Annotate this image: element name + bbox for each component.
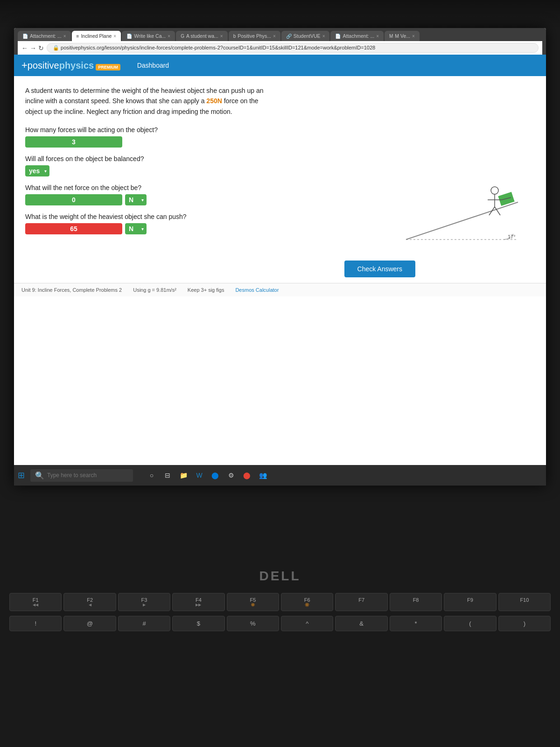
svg-point-3: [491, 187, 498, 194]
key-label-exclaim: !: [13, 620, 58, 627]
key-openparen[interactable]: (: [444, 616, 496, 631]
settings-icon[interactable]: ⚙: [225, 470, 237, 481]
key-label-f5: F5: [230, 597, 276, 603]
back-button[interactable]: ←: [21, 44, 28, 52]
q2-answer-select[interactable]: yes no: [25, 165, 49, 176]
tab-close-student[interactable]: ×: [220, 34, 223, 39]
q3-unit-select[interactable]: N kN: [125, 194, 147, 205]
question-1-block: How many forces will be acting on the ob…: [25, 126, 535, 148]
logo-physics: physics: [59, 60, 94, 71]
tab-label-write: Write like Ca...: [134, 33, 166, 39]
tab-student[interactable]: G A student wa... ×: [176, 31, 228, 41]
problem-text: A student wants to determine the weight …: [25, 85, 296, 117]
laptop-screen: 📄 Attachment: ... × ≡ Inclined Plane × 📄…: [14, 28, 546, 486]
key-label-f1: F1: [13, 597, 58, 603]
browser-chrome: 📄 Attachment: ... × ≡ Inclined Plane × 📄…: [14, 28, 546, 55]
question-1-label: How many forces will be acting on the ob…: [25, 126, 535, 134]
q4-unit-select[interactable]: N kN: [125, 223, 147, 234]
taskbar-search-bar[interactable]: 🔍: [30, 469, 133, 482]
windows-logo-icon[interactable]: ⊞: [18, 470, 25, 480]
key-exclaim[interactable]: !: [9, 616, 62, 631]
check-answers-button[interactable]: Check Answers: [344, 261, 415, 277]
teams-icon[interactable]: 👥: [257, 470, 268, 481]
tab-close-mver[interactable]: ×: [412, 34, 415, 39]
q4-num-input[interactable]: [25, 223, 122, 234]
edge-icon[interactable]: ⬤: [210, 470, 221, 481]
key-label-ampersand: &: [338, 620, 384, 627]
key-ampersand[interactable]: &: [335, 616, 387, 631]
key-closeparen[interactable]: ): [498, 616, 551, 631]
tab-attachment1[interactable]: 📄 Attachment: ... ×: [18, 31, 71, 41]
tab-close-attachment1[interactable]: ×: [63, 34, 66, 39]
key-label-f2: F2: [67, 597, 112, 603]
forward-button[interactable]: →: [30, 44, 36, 52]
site-logo: + positive physics PREMIUM: [21, 59, 120, 71]
problem-text-p1: A student wants to determine the weight …: [25, 87, 264, 94]
tab-label-inclined: Inclined Plane: [81, 33, 112, 39]
key-sublabel-f4: ▶▶: [175, 603, 221, 607]
tab-favicon-student: G: [181, 34, 184, 39]
svg-line-6: [489, 207, 495, 215]
key-f3[interactable]: F3 ▶: [118, 593, 170, 611]
q3-num-input[interactable]: [25, 194, 122, 205]
key-sublabel-f5: 🔅: [230, 603, 276, 607]
key-label-f9: F9: [447, 597, 493, 603]
key-dollar[interactable]: $: [172, 616, 224, 631]
key-caret[interactable]: ^: [281, 616, 333, 631]
key-label-closeparen: ): [502, 620, 547, 627]
key-sublabel-f6: 🔆: [284, 603, 330, 607]
footer-sigfigs: Keep 3+ sig figs: [188, 287, 224, 293]
key-f6[interactable]: F6 🔆: [281, 593, 333, 611]
key-percent[interactable]: %: [227, 616, 279, 631]
task-view-icon[interactable]: ⊟: [162, 470, 173, 481]
file-explorer-icon[interactable]: 📁: [178, 470, 189, 481]
refresh-button[interactable]: ↻: [38, 44, 44, 52]
tab-close-attachment2[interactable]: ×: [376, 34, 379, 39]
tab-mver[interactable]: M M Ve... ×: [385, 31, 420, 41]
tab-inclined-plane[interactable]: ≡ Inclined Plane ×: [72, 31, 121, 41]
cortana-icon[interactable]: ○: [146, 470, 157, 481]
taskbar-search-input[interactable]: [47, 472, 122, 479]
key-at[interactable]: @: [63, 616, 116, 631]
tab-favicon-mver: M: [389, 34, 393, 39]
key-f1[interactable]: F1 ◀◀: [9, 593, 62, 611]
q3-unit-wrapper: N kN: [125, 194, 147, 205]
key-f8[interactable]: F8: [390, 593, 442, 611]
key-label-percent: %: [230, 620, 276, 627]
address-bar-row: ← → ↻ 🔒 positivephysics.org/lesson/physi…: [18, 41, 542, 55]
tab-studentvue[interactable]: 🔗 StudentVUE ×: [281, 31, 330, 41]
page-content: + positive physics PREMIUM Dashboard A s…: [14, 55, 546, 479]
q1-answer-input[interactable]: [25, 136, 122, 148]
tab-favicon-inclined: ≡: [77, 34, 79, 39]
tab-write[interactable]: 📄 Write like Ca... ×: [122, 31, 175, 41]
address-bar[interactable]: 🔒 positivephysics.org/lesson/physics/inc…: [47, 43, 539, 53]
key-sublabel-f3: ▶: [121, 603, 167, 607]
key-f4[interactable]: F4 ▶▶: [172, 593, 224, 611]
tab-close-inclined[interactable]: ×: [113, 34, 116, 39]
dashboard-link[interactable]: Dashboard: [137, 62, 169, 69]
chrome-icon[interactable]: ⬤: [241, 470, 252, 481]
tab-close-vue[interactable]: ×: [322, 34, 325, 39]
key-f7[interactable]: F7: [335, 593, 387, 611]
tab-close-write[interactable]: ×: [168, 34, 170, 39]
key-f10[interactable]: F10: [498, 593, 551, 611]
tab-positive[interactable]: b Positive Phys... ×: [229, 31, 280, 41]
angle-label: 17°: [508, 234, 516, 240]
key-f2[interactable]: F2 ◀: [63, 593, 116, 611]
tab-favicon-vue: 🔗: [286, 34, 292, 39]
symbol-key-row: ! @ # $ % ^ & * ( ): [0, 611, 560, 631]
problem-text-p4: object up the incline. Neglect any frict…: [25, 108, 232, 115]
tab-label-mver: M Ve...: [395, 33, 410, 39]
footer-calculator-link[interactable]: Desmos Calculator: [235, 287, 279, 293]
tab-favicon-attachment2: 📄: [335, 34, 341, 39]
tab-close-positive[interactable]: ×: [273, 34, 276, 39]
key-f5[interactable]: F5 🔅: [227, 593, 279, 611]
tab-attachment2[interactable]: 📄 Attachment: ... ×: [330, 31, 384, 41]
key-f9[interactable]: F9: [444, 593, 496, 611]
tab-favicon-write: 📄: [126, 34, 132, 39]
word-icon[interactable]: W: [194, 470, 205, 481]
footer-bar: Unit 9: Incline Forces, Complete Problem…: [14, 283, 546, 296]
q4-unit-wrapper: N kN: [125, 223, 147, 234]
key-asterisk[interactable]: *: [390, 616, 442, 631]
key-hash[interactable]: #: [118, 616, 170, 631]
